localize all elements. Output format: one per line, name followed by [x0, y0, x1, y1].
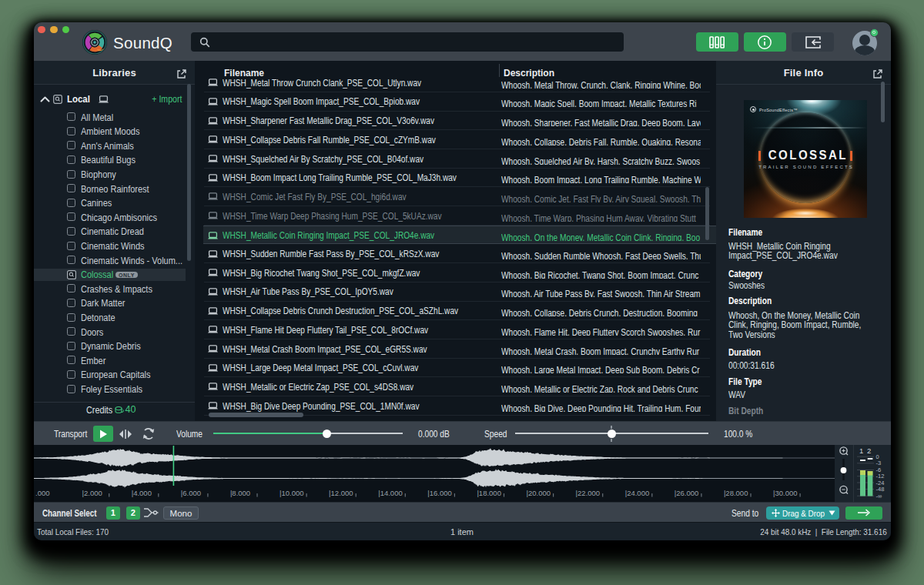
svg-text:|22.000: |22.000	[576, 489, 601, 497]
svg-text:-48: -48	[876, 486, 885, 493]
svg-text:|8.000: |8.000	[230, 489, 250, 497]
svg-text:.000: .000	[35, 489, 50, 497]
svg-text:1: 1	[859, 446, 863, 455]
svg-text:|10.000: |10.000	[280, 489, 304, 497]
svg-text:|18.000: |18.000	[477, 489, 501, 497]
svg-text:|28.000: |28.000	[724, 489, 748, 497]
svg-text:|14.000: |14.000	[378, 489, 403, 497]
svg-text:|4.000: |4.000	[132, 489, 152, 497]
svg-text:-3: -3	[876, 460, 882, 466]
svg-text:|30.000: |30.000	[773, 489, 798, 497]
svg-text:|24.000: |24.000	[625, 489, 650, 497]
svg-text:|12.000: |12.000	[329, 489, 353, 497]
svg-text:|16.000: |16.000	[427, 489, 452, 497]
svg-text:|2.000: |2.000	[82, 489, 102, 497]
svg-text:2: 2	[867, 446, 871, 455]
svg-text:|26.000: |26.000	[675, 489, 699, 497]
svg-text:-∞: -∞	[876, 493, 882, 500]
svg-text:|20.000: |20.000	[527, 489, 551, 497]
svg-text:|6.000: |6.000	[181, 489, 201, 497]
